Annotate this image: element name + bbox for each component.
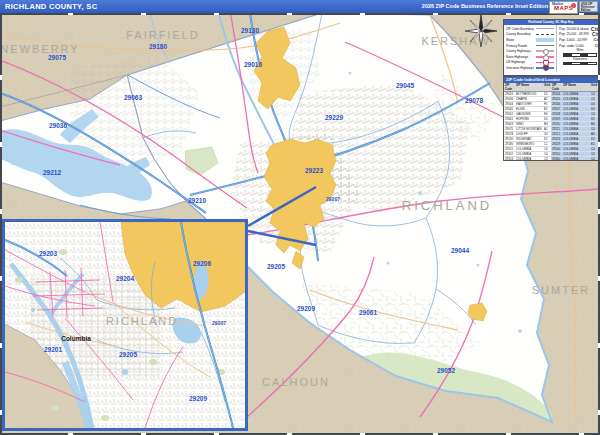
edition-badge: 2026 ZIP Reference Edition <box>579 1 598 12</box>
title-bar: RICHLAND COUNTY, SC 2026 ZIP Code Busine… <box>0 0 600 13</box>
legend-city-item: Pop. 5,000 - 24,999City <box>559 37 600 43</box>
legend-city-item: Pop. 25,000 - 49,999City <box>559 32 600 38</box>
sw-interstate-swatch <box>536 67 554 69</box>
sw-us-hwy-swatch <box>536 62 554 64</box>
zip-index-left-column: ZIP Code ZIP Name Grid 29016BLYTHEWOODD2… <box>504 83 551 161</box>
scale-km-label: Kilometers <box>559 57 600 61</box>
sw-zip-swatch <box>536 28 554 29</box>
scale-miles-label: Miles <box>559 48 600 52</box>
publisher-logo: Market MAPS 2026 ZIP Reference Edition <box>549 1 598 12</box>
map-poster: RICHLAND COUNTY, SC 2026 ZIP Code Busine… <box>0 0 600 435</box>
zip-index-table: ZIP Code Index/Grid Locator ZIP Code ZIP… <box>503 76 599 161</box>
legend-city-symbols: Pop. 50,000 & aboveCityPop. 25,000 - 49,… <box>556 25 600 72</box>
main-map: 292032920429206RICHLANDColumbia292012920… <box>0 13 600 435</box>
legend-item: County Highways <box>506 48 554 54</box>
legend-item: US Highways <box>506 60 554 66</box>
edition-text: 2026 ZIP Code Business Reference Inset E… <box>422 3 548 9</box>
maps-logo: Market MAPS <box>549 1 578 14</box>
globe-icon <box>571 3 576 8</box>
inset-map-art <box>5 222 245 428</box>
zip-index-right-column: ZIP Code ZIP Name Grid 29204COLUMBIAC429… <box>551 83 598 161</box>
legend-city-item: Pop. 50,000 & aboveCity <box>559 26 600 32</box>
frame-ticks-top <box>0 13 600 15</box>
sw-cnty-hwy-swatch <box>536 50 554 52</box>
sw-state-hwy-swatch <box>536 56 554 58</box>
legend-line-symbols: ZIP Code BoundaryCounty BoundaryWaterPri… <box>504 25 556 72</box>
columbia-inset-map: 292032920429206RICHLANDColumbia292012920… <box>2 219 248 431</box>
map-title: RICHLAND COUNTY, SC <box>5 2 97 11</box>
compass-rose-icon <box>463 13 499 49</box>
map-legend: Richland County, SC Map Key ZIP Code Bou… <box>503 19 599 76</box>
frame-ticks-left <box>0 13 2 435</box>
sw-county-swatch <box>536 34 554 35</box>
zip-index-row: 29203COLUMBIAC3 <box>504 157 551 161</box>
sw-primary-swatch <box>536 45 554 46</box>
zip-index-row: 29260COLUMBIAC4 <box>551 157 598 161</box>
scale-bar-km <box>563 62 597 66</box>
legend-item: Interstate Highways <box>506 65 554 71</box>
sw-water-swatch <box>536 38 554 42</box>
legend-item: State Highways <box>506 54 554 60</box>
